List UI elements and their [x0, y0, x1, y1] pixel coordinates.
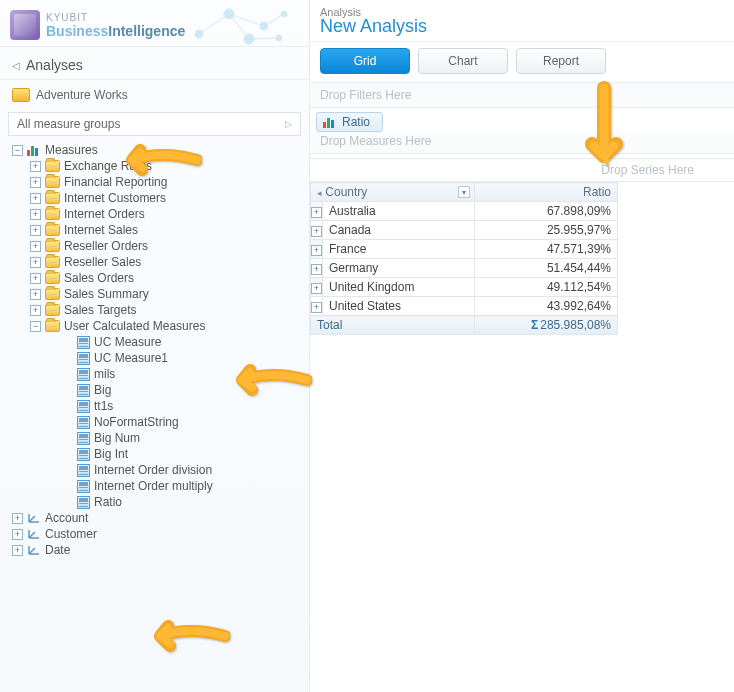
measures-icon [27, 145, 41, 155]
tree-measures[interactable]: − Measures [6, 142, 303, 158]
tree-calc-measure[interactable]: Big Num [56, 430, 303, 446]
table-row[interactable]: +Germany51.454,44% [311, 259, 618, 278]
toggle-plus-icon[interactable]: + [12, 545, 23, 556]
measures-label: Measures [45, 143, 98, 157]
calc-label: UC Measure1 [94, 351, 168, 365]
svg-point-10 [276, 35, 282, 41]
tree-calc-measure[interactable]: tt1s [56, 398, 303, 414]
tree-ucm[interactable]: − User Calculated Measures [24, 318, 303, 334]
tree-folder[interactable]: +Internet Customers [24, 190, 303, 206]
folder-label: Internet Customers [64, 191, 166, 205]
cell-ratio: 43.992,64% [474, 297, 617, 316]
drop-measures[interactable]: Drop Measures Here [310, 132, 734, 153]
calc-measure-icon [77, 352, 90, 365]
svg-point-9 [281, 11, 287, 17]
tree-calc-measure[interactable]: Big [56, 382, 303, 398]
toggle-plus-icon[interactable]: + [311, 283, 322, 294]
toggle-plus-icon[interactable]: + [30, 289, 41, 300]
tab-grid[interactable]: Grid [320, 48, 410, 74]
toggle-minus-icon[interactable]: − [30, 321, 41, 332]
chevron-down-icon[interactable]: ▾ [458, 186, 470, 198]
tree-dimension[interactable]: +Date [6, 542, 303, 558]
folder-label: Reseller Orders [64, 239, 148, 253]
tree-folder[interactable]: +Exchange Rates [24, 158, 303, 174]
tree-folder[interactable]: +Sales Orders [24, 270, 303, 286]
tab-chart[interactable]: Chart [418, 48, 508, 74]
tab-report[interactable]: Report [516, 48, 606, 74]
panel-header[interactable]: ◁ Analyses [0, 46, 309, 79]
toggle-plus-icon[interactable]: + [30, 209, 41, 220]
cell-ratio: 47.571,39% [474, 240, 617, 259]
tree-folder[interactable]: +Reseller Orders [24, 238, 303, 254]
folder-label: Internet Sales [64, 223, 138, 237]
measures-bar[interactable]: Ratio Drop Measures Here [310, 108, 734, 154]
table-row[interactable]: +Australia67.898,09% [311, 202, 618, 221]
cube-icon [12, 88, 30, 102]
analysis-panel: Analysis New Analysis Grid Chart Report … [310, 0, 734, 692]
svg-point-6 [224, 9, 234, 19]
col-ratio-label: Ratio [583, 185, 611, 199]
table-row[interactable]: +United Kingdom49.112,54% [311, 278, 618, 297]
tree-calc-measure[interactable]: UC Measure1 [56, 350, 303, 366]
tree-calc-measure[interactable]: Internet Order multiply [56, 478, 303, 494]
toggle-plus-icon[interactable]: + [30, 273, 41, 284]
tree-folder[interactable]: +Sales Targets [24, 302, 303, 318]
ucm-label: User Calculated Measures [64, 319, 205, 333]
cell-ratio: 49.112,54% [474, 278, 617, 297]
toggle-minus-icon[interactable]: − [12, 145, 23, 156]
toggle-plus-icon[interactable]: + [30, 225, 41, 236]
toggle-plus-icon[interactable]: + [12, 513, 23, 524]
calc-measure-icon [77, 496, 90, 509]
svg-point-7 [260, 22, 268, 30]
folder-icon [45, 320, 60, 332]
toggle-plus-icon[interactable]: + [30, 257, 41, 268]
calc-measure-icon [77, 400, 90, 413]
toggle-plus-icon[interactable]: + [311, 302, 322, 313]
brand-text: KYUBIT BusinessIntelligence [46, 12, 185, 39]
cube-title-row[interactable]: Adventure Works [0, 79, 309, 110]
tree-calc-measure[interactable]: UC Measure [56, 334, 303, 350]
tree-calc-measure[interactable]: mils [56, 366, 303, 382]
toggle-plus-icon[interactable]: + [311, 207, 322, 218]
table-row[interactable]: +France47.571,39% [311, 240, 618, 259]
table-row[interactable]: +Canada25.955,97% [311, 221, 618, 240]
table-row[interactable]: +United States43.992,64% [311, 297, 618, 316]
toggle-plus-icon[interactable]: + [30, 177, 41, 188]
folder-label: Sales Targets [64, 303, 137, 317]
cell-country: United States [323, 297, 475, 316]
tree-calc-measure[interactable]: NoFormatString [56, 414, 303, 430]
tree-dimension[interactable]: +Customer [6, 526, 303, 542]
result-grid: ◂ Country ▾ Ratio +Australia67.898,09%+C… [310, 182, 618, 335]
cell-ratio: 67.898,09% [474, 202, 617, 221]
tree-folder[interactable]: +Internet Orders [24, 206, 303, 222]
toggle-plus-icon[interactable]: + [311, 245, 322, 256]
toggle-plus-icon[interactable]: + [311, 226, 322, 237]
calc-label: Internet Order division [94, 463, 212, 477]
drop-series[interactable]: Drop Series Here [310, 159, 734, 182]
toggle-plus-icon[interactable]: + [30, 305, 41, 316]
tree-calc-measure[interactable]: Internet Order division [56, 462, 303, 478]
tree-dimension[interactable]: +Account [6, 510, 303, 526]
tree-folder[interactable]: +Reseller Sales [24, 254, 303, 270]
toggle-plus-icon[interactable]: + [311, 264, 322, 275]
calc-measure-icon [77, 480, 90, 493]
calc-label: Internet Order multiply [94, 479, 213, 493]
tree-folder[interactable]: +Internet Sales [24, 222, 303, 238]
measure-chip-ratio[interactable]: Ratio [316, 112, 383, 132]
tree-calc-measure[interactable]: Ratio [56, 494, 303, 510]
dim-label: Date [45, 543, 70, 557]
folder-label: Exchange Rates [64, 159, 152, 173]
folder-icon [45, 208, 60, 220]
measure-group-select[interactable]: All measure groups ▷ [8, 112, 301, 136]
col-country[interactable]: ◂ Country ▾ [311, 183, 475, 202]
toggle-plus-icon[interactable]: + [30, 241, 41, 252]
drop-filters[interactable]: Drop Filters Here [310, 82, 734, 108]
tree-folder[interactable]: +Financial Reporting [24, 174, 303, 190]
col-ratio[interactable]: Ratio [474, 183, 617, 202]
toggle-plus-icon[interactable]: + [12, 529, 23, 540]
toggle-plus-icon[interactable]: + [30, 161, 41, 172]
tree-folder[interactable]: +Sales Summary [24, 286, 303, 302]
tree-calc-measure[interactable]: Big Int [56, 446, 303, 462]
collapse-left-icon[interactable]: ◁ [12, 60, 20, 71]
toggle-plus-icon[interactable]: + [30, 193, 41, 204]
